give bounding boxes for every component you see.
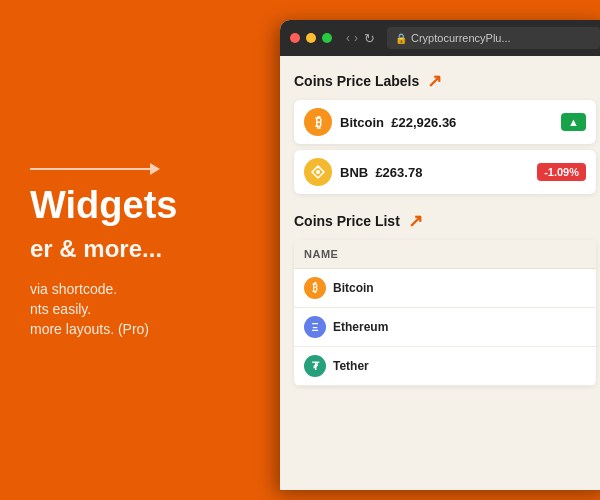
browser-window: ‹ › ↻ 🔒 CryptocurrencyPlu... Coins Price… [280, 20, 600, 490]
browser-addressbar: 🔒 CryptocurrencyPlu... [387, 27, 600, 49]
arrow-line-bar [30, 168, 150, 170]
price-list-section: Coins Price List ↗ NAME ₿ Bitcoin [294, 210, 596, 386]
feature-list: via shortcode. nts easily. more layouts.… [30, 281, 270, 337]
table-tether-icon: ₮ [304, 355, 326, 377]
btc-badge: ▲ [561, 113, 586, 131]
table-btc-icon: ₿ [304, 277, 326, 299]
dot-green[interactable] [322, 33, 332, 43]
browser-topbar: ‹ › ↻ 🔒 CryptocurrencyPlu... [280, 20, 600, 56]
btc-name-price: Bitcoin £22,926.36 [340, 115, 553, 130]
bnb-icon [304, 158, 332, 186]
price-list-title: Coins Price List ↗ [294, 210, 596, 232]
bnb-name-price: BNB £263.78 [340, 165, 529, 180]
feature-item-1: via shortcode. [30, 281, 270, 297]
table-cell-bitcoin: ₿ Bitcoin [294, 269, 596, 308]
dot-yellow[interactable] [306, 33, 316, 43]
arrow-line [30, 163, 270, 175]
table-row: Ξ Ethereum [294, 308, 596, 347]
section-arrow-1: ↗ [427, 70, 442, 92]
price-label-bitcoin: ₿ Bitcoin £22,926.36 ▲ [294, 100, 596, 144]
col-name: NAME [294, 240, 596, 269]
bnb-badge: -1.09% [537, 163, 586, 181]
svg-point-2 [316, 170, 320, 174]
feature-item-3: more layouts. (Pro) [30, 321, 270, 337]
url-text[interactable]: CryptocurrencyPlu... [411, 32, 511, 44]
feature-item-2: nts easily. [30, 301, 270, 317]
dot-red[interactable] [290, 33, 300, 43]
arrow-line-head [150, 163, 160, 175]
main-title: Widgets [30, 185, 270, 227]
lock-icon: 🔒 [395, 33, 407, 44]
price-label-bnb: BNB £263.78 -1.09% [294, 150, 596, 194]
table-cell-ethereum: Ξ Ethereum [294, 308, 596, 347]
table-row: ₿ Bitcoin [294, 269, 596, 308]
price-list-table: NAME ₿ Bitcoin [294, 240, 596, 386]
nav-forward-icon[interactable]: › [354, 31, 358, 45]
table-eth-icon: Ξ [304, 316, 326, 338]
refresh-icon[interactable]: ↻ [364, 31, 375, 46]
table-row: ₮ Tether [294, 347, 596, 386]
nav-back-icon[interactable]: ‹ [346, 31, 350, 45]
left-panel: Widgets er & more... via shortcode. nts … [0, 0, 290, 500]
subtitle: er & more... [30, 235, 270, 263]
browser-content: Coins Price Labels ↗ ₿ Bitcoin £22,926.3… [280, 56, 600, 490]
table-cell-tether: ₮ Tether [294, 347, 596, 386]
price-labels-title: Coins Price Labels ↗ [294, 70, 596, 92]
price-labels-section: Coins Price Labels ↗ ₿ Bitcoin £22,926.3… [294, 70, 596, 194]
browser-nav: ‹ › [346, 31, 358, 45]
btc-icon: ₿ [304, 108, 332, 136]
section-arrow-2: ↗ [408, 210, 423, 232]
